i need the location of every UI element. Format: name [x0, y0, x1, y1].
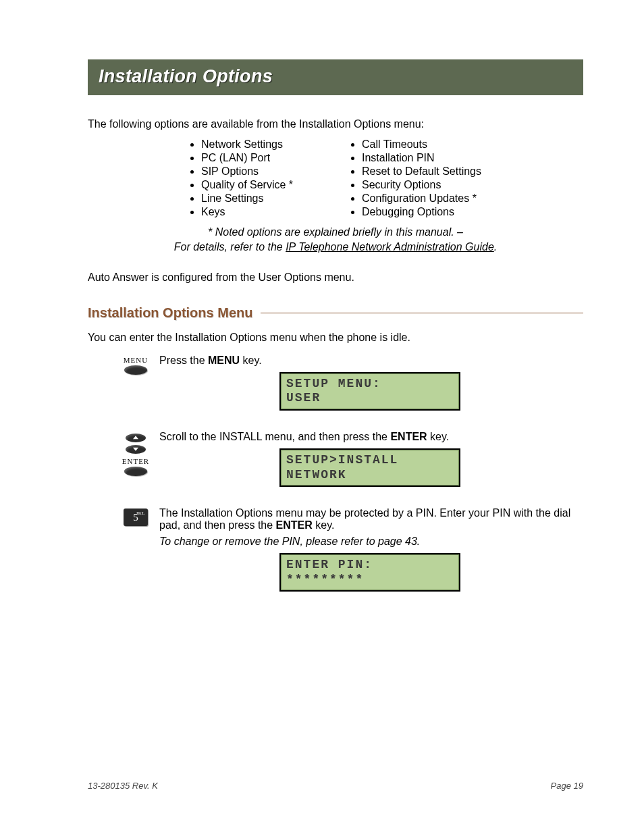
step-1-text: Press the MENU key. — [159, 355, 583, 367]
list-item: Network Settings — [201, 138, 350, 151]
options-list-left: Network Settings PC (LAN) Port SIP Optio… — [189, 137, 350, 219]
list-item: Security Options — [362, 179, 510, 191]
dialpad-5-key-icon: 5 JKL — [124, 509, 148, 526]
heading-rule — [261, 313, 583, 313]
enter-key-icon — [124, 467, 147, 476]
up-arrow-key-icon — [126, 434, 146, 442]
section-title: Installation Options Menu — [88, 305, 252, 321]
list-item: Configuration Updates * — [362, 192, 510, 205]
page-footer: 13-280135 Rev. K Page 19 — [88, 781, 583, 791]
lcd-display-3: ENTER PIN: ********* — [279, 553, 460, 592]
lcd-line: ********* — [286, 573, 454, 588]
menu-key-icon — [124, 365, 147, 375]
text-bold: ENTER — [276, 519, 313, 531]
step-3: 5 JKL The Installation Options menu may … — [88, 507, 583, 601]
footnote-line2-pre: For details, refer to the — [174, 241, 286, 253]
lcd-display-1: SETUP MENU: USER — [279, 372, 460, 411]
guide-link: IP Telephone Network Administration Guid… — [286, 241, 494, 253]
menu-key-label: MENU — [124, 356, 148, 364]
footnote-line1: * Noted options are explained briefly in… — [208, 226, 463, 238]
key-letters: JKL — [136, 511, 145, 516]
list-item: Line Settings — [201, 192, 350, 205]
list-item: Reset to Default Settings — [362, 165, 510, 178]
step-2: ENTER Scroll to the INSTALL menu, and th… — [88, 431, 583, 496]
footnote-line2-post: . — [494, 241, 497, 253]
lcd-line: USER — [286, 391, 454, 406]
text: Press the — [159, 355, 208, 366]
text: key. — [313, 519, 335, 531]
list-item: SIP Options — [201, 165, 350, 178]
page-number: Page 19 — [551, 781, 583, 791]
lcd-line: NETWORK — [286, 468, 454, 483]
enter-key-label: ENTER — [122, 457, 149, 465]
list-item: PC (LAN) Port — [201, 152, 350, 164]
list-item: Keys — [201, 206, 350, 218]
list-item: Debugging Options — [362, 206, 510, 218]
text-bold: ENTER — [390, 431, 427, 442]
lcd-line: SETUP MENU: — [286, 377, 454, 392]
lcd-line: SETUP>INSTALL — [286, 453, 454, 468]
pin-change-note: To change or remove the PIN, please refe… — [159, 536, 583, 548]
text: key. — [427, 431, 450, 442]
footnote: * Noted options are explained briefly in… — [128, 225, 543, 255]
step-3-text: The Installation Options menu may be pro… — [159, 507, 583, 531]
down-arrow-key-icon — [126, 445, 146, 454]
section-heading: Installation Options Menu — [88, 305, 583, 321]
list-item: Call Timeouts — [362, 138, 510, 151]
auto-answer-note: Auto Answer is configured from the User … — [88, 271, 583, 284]
doc-revision: 13-280135 Rev. K — [88, 781, 158, 791]
section-intro: You can enter the Installation Options m… — [88, 332, 583, 344]
options-columns: Network Settings PC (LAN) Port SIP Optio… — [189, 137, 583, 219]
intro-text: The following options are available from… — [88, 118, 583, 130]
options-list-right: Call Timeouts Installation PIN Reset to … — [350, 137, 510, 219]
list-item: Installation PIN — [362, 152, 510, 164]
step-2-text: Scroll to the INSTALL menu, and then pre… — [159, 431, 583, 443]
page-header: Installation Options — [88, 59, 583, 95]
page-title: Installation Options — [99, 66, 572, 87]
text: key. — [240, 355, 262, 366]
text: The Installation Options menu may be pro… — [159, 507, 570, 531]
list-item: Quality of Service * — [201, 179, 350, 191]
lcd-display-2: SETUP>INSTALL NETWORK — [279, 448, 460, 487]
text: Scroll to the INSTALL menu, and then pre… — [159, 431, 390, 442]
lcd-line: ENTER PIN: — [286, 558, 454, 573]
step-1: MENU Press the MENU key. SETUP MENU: USE… — [88, 355, 583, 420]
text-bold: MENU — [208, 355, 240, 366]
